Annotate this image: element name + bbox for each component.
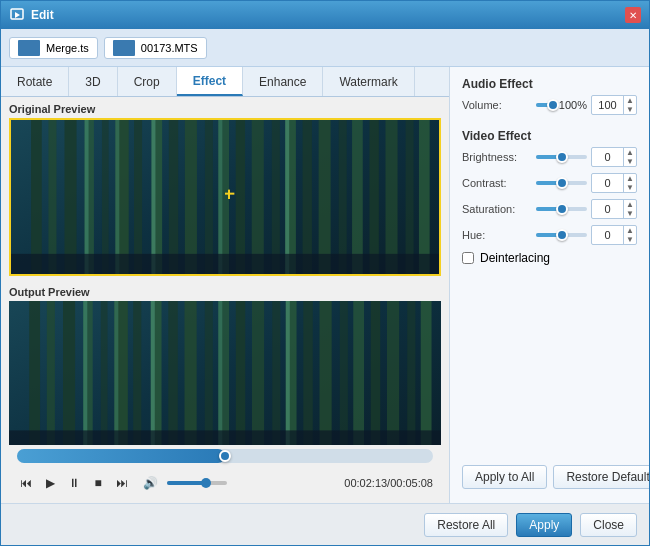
right-panel: Audio Effect Volume: 100% 100 ▲ ▼: [449, 67, 649, 503]
audio-effect-title: Audio Effect: [462, 77, 637, 91]
close-button[interactable]: Close: [580, 513, 637, 537]
contrast-slider[interactable]: [536, 181, 587, 185]
volume-spin-up[interactable]: ▲: [624, 96, 636, 105]
output-preview-section: Output Preview: [1, 282, 449, 503]
volume-spin-arrows: ▲ ▼: [623, 96, 636, 114]
deinterlacing-checkbox[interactable]: [462, 252, 474, 264]
volume-slider[interactable]: [167, 481, 227, 485]
brightness-arrows: ▲ ▼: [623, 148, 636, 166]
edit-window: Edit ✕ Merge.ts 00173.MTS Rotate 3D: [0, 0, 650, 546]
skip-forward-button[interactable]: ⏭: [113, 474, 131, 492]
svg-marker-1: [15, 12, 20, 18]
timecode: 00:02:13/00:05:08: [344, 477, 433, 489]
brightness-down[interactable]: ▼: [624, 157, 636, 166]
saturation-label: Saturation:: [462, 203, 532, 215]
apply-to-all-button[interactable]: Apply to All: [462, 465, 547, 489]
hue-down[interactable]: ▼: [624, 235, 636, 244]
restore-defaults-button[interactable]: Restore Defaults: [553, 465, 649, 489]
brightness-up[interactable]: ▲: [624, 148, 636, 157]
apply-button[interactable]: Apply: [516, 513, 572, 537]
saturation-spinbox[interactable]: 0 ▲ ▼: [591, 199, 637, 219]
saturation-row: Saturation: 0 ▲ ▼: [462, 199, 637, 219]
skip-back-button[interactable]: ⏮: [17, 474, 35, 492]
hue-slider[interactable]: [536, 233, 587, 237]
volume-spinbox[interactable]: 100 ▲ ▼: [591, 95, 637, 115]
close-window-button[interactable]: ✕: [625, 7, 641, 23]
saturation-up[interactable]: ▲: [624, 200, 636, 209]
progress-bar[interactable]: [17, 449, 433, 463]
file-bar: Merge.ts 00173.MTS: [1, 29, 649, 67]
file-item-merge[interactable]: Merge.ts: [9, 37, 98, 59]
window-title: Edit: [31, 8, 625, 22]
svg-rect-51: [252, 301, 264, 445]
svg-rect-48: [205, 301, 213, 445]
contrast-row: Contrast: 0 ▲ ▼: [462, 173, 637, 193]
svg-rect-57: [353, 301, 364, 445]
volume-spin-down[interactable]: ▼: [624, 105, 636, 114]
stop-button[interactable]: ■: [89, 474, 107, 492]
svg-rect-8: [102, 120, 109, 274]
tab-3d[interactable]: 3D: [69, 67, 117, 96]
file-thumb-merge: [18, 40, 40, 56]
svg-rect-16: [236, 120, 245, 274]
svg-rect-65: [218, 301, 222, 445]
hue-thumb: [556, 229, 568, 241]
brightness-spinbox[interactable]: 0 ▲ ▼: [591, 147, 637, 167]
svg-rect-67: [9, 430, 441, 445]
contrast-arrows: ▲ ▼: [623, 174, 636, 192]
volume-value: 100%: [559, 99, 587, 111]
hue-spinbox[interactable]: 0 ▲ ▼: [591, 225, 637, 245]
svg-rect-63: [114, 301, 118, 445]
svg-rect-62: [83, 301, 87, 445]
svg-rect-42: [101, 301, 108, 445]
volume-spin-value: 100: [592, 99, 623, 111]
contrast-spinbox[interactable]: 0 ▲ ▼: [591, 173, 637, 193]
svg-rect-10: [134, 120, 142, 274]
hue-label: Hue:: [462, 229, 532, 241]
video-effect-section: Video Effect Brightness: 0 ▲ ▼: [462, 129, 637, 265]
audio-effect-section: Audio Effect Volume: 100% 100 ▲ ▼: [462, 77, 637, 121]
svg-rect-23: [352, 120, 363, 274]
tab-effect[interactable]: Effect: [177, 67, 243, 96]
original-preview-label: Original Preview: [9, 103, 441, 115]
svg-rect-39: [47, 301, 55, 445]
svg-rect-14: [205, 120, 213, 274]
svg-rect-27: [419, 120, 430, 274]
contrast-down[interactable]: ▼: [624, 183, 636, 192]
play-button[interactable]: ▶: [41, 474, 59, 492]
pause-button[interactable]: ⏸: [65, 474, 83, 492]
tab-rotate[interactable]: Rotate: [1, 67, 69, 96]
svg-rect-4: [31, 120, 42, 274]
volume-slider-thumb: [547, 99, 559, 111]
brightness-label: Brightness:: [462, 151, 532, 163]
brightness-value: 0: [592, 151, 623, 163]
svg-rect-38: [29, 301, 40, 445]
brightness-slider[interactable]: [536, 155, 587, 159]
svg-rect-33: [11, 254, 439, 274]
tab-bar: Rotate 3D Crop Effect Enhance Watermark: [1, 67, 449, 97]
original-preview-section: Original Preview: [1, 97, 449, 282]
svg-rect-28: [85, 120, 89, 274]
svg-rect-66: [286, 301, 290, 445]
main-area: Rotate 3D Crop Effect Enhance Watermark: [1, 67, 649, 503]
restore-all-button[interactable]: Restore All: [424, 513, 508, 537]
saturation-arrows: ▲ ▼: [623, 200, 636, 218]
tab-watermark[interactable]: Watermark: [323, 67, 414, 96]
svg-rect-32: [285, 120, 289, 274]
saturation-thumb: [556, 203, 568, 215]
volume-slider-track[interactable]: [536, 103, 555, 107]
tab-enhance[interactable]: Enhance: [243, 67, 323, 96]
svg-rect-20: [303, 120, 312, 274]
contrast-up[interactable]: ▲: [624, 174, 636, 183]
saturation-slider[interactable]: [536, 207, 587, 211]
saturation-down[interactable]: ▼: [624, 209, 636, 218]
app-icon: [9, 7, 25, 23]
svg-rect-31: [218, 120, 222, 274]
svg-rect-40: [63, 301, 75, 445]
tab-crop[interactable]: Crop: [118, 67, 177, 96]
svg-rect-61: [421, 301, 432, 445]
hue-arrows: ▲ ▼: [623, 226, 636, 244]
file-item-mts[interactable]: 00173.MTS: [104, 37, 207, 59]
svg-rect-59: [387, 301, 399, 445]
hue-up[interactable]: ▲: [624, 226, 636, 235]
